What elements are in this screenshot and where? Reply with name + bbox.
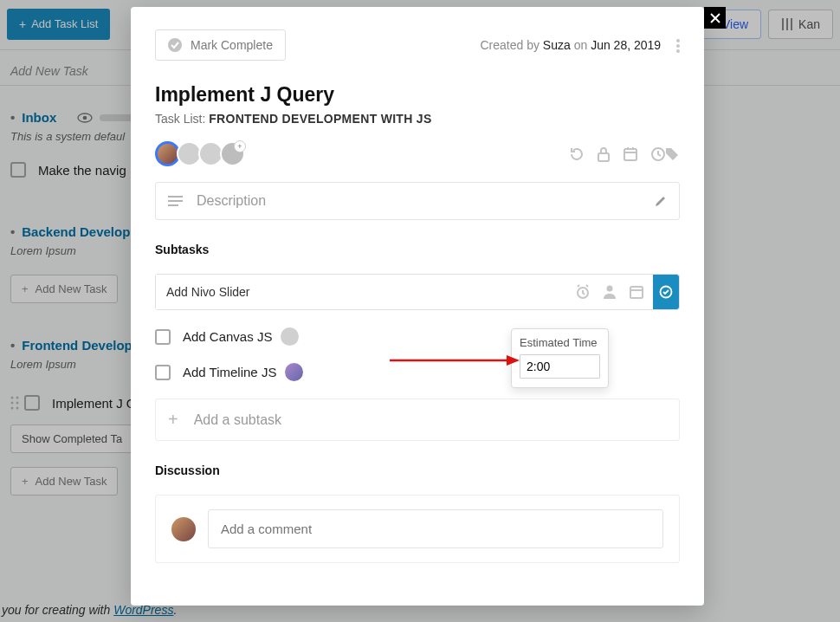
svg-rect-17 (624, 149, 636, 160)
checkbox-icon[interactable] (155, 329, 171, 345)
svg-rect-26 (630, 287, 643, 298)
task-list-name: FRONTEND DEVELOPMENT WITH JS (209, 112, 431, 126)
comment-input[interactable] (208, 509, 663, 548)
check-icon (659, 285, 673, 299)
estimated-time-input[interactable] (520, 354, 600, 379)
discussion-box (155, 495, 680, 563)
created-by-prefix: Created by (480, 38, 542, 52)
created-date: Jun 28, 2019 (591, 38, 661, 52)
created-by-user: Suza (543, 38, 571, 52)
description-input[interactable]: Description (155, 182, 680, 220)
estimated-time-label: Estimated Time (520, 336, 600, 349)
task-modal: Mark Complete Created by Suza on Jun 28,… (131, 7, 704, 606)
estimated-time-popover: Estimated Time (511, 328, 609, 388)
annotation-arrow-icon (390, 352, 520, 369)
add-subtask-label: Add a subtask (194, 412, 281, 428)
mark-complete-label: Mark Complete (191, 38, 273, 52)
task-list-label: Task List: (155, 112, 209, 126)
check-circle-icon (168, 38, 182, 52)
subtask-input[interactable] (156, 275, 566, 309)
mark-complete-button[interactable]: Mark Complete (155, 29, 286, 61)
svg-point-25 (607, 286, 613, 292)
avatar[interactable] (285, 363, 303, 381)
alarm-icon[interactable] (575, 284, 591, 300)
subtask-label: Add Timeline JS (183, 365, 276, 379)
submit-subtask-button[interactable] (653, 275, 679, 309)
discussion-heading: Discussion (155, 463, 680, 477)
svg-rect-16 (598, 153, 609, 161)
created-on: on (571, 38, 591, 52)
close-button[interactable] (704, 7, 726, 29)
svg-line-23 (578, 285, 579, 287)
close-icon (710, 13, 720, 23)
created-by: Created by Suza on Jun 28, 2019 (480, 38, 664, 52)
checkbox-icon[interactable] (155, 365, 171, 380)
subtask-input-row (155, 274, 680, 310)
task-list-line: Task List: FRONTEND DEVELOPMENT WITH JS (155, 112, 680, 126)
add-assignee-button[interactable] (220, 141, 245, 166)
calendar-icon[interactable] (623, 146, 638, 162)
lock-icon[interactable] (597, 146, 611, 162)
avatar[interactable] (281, 327, 299, 346)
add-subtask-button[interactable]: + Add a subtask (155, 398, 680, 441)
text-icon (168, 196, 183, 206)
svg-marker-30 (507, 355, 520, 366)
svg-line-24 (586, 285, 588, 287)
plus-icon: + (168, 410, 178, 430)
more-menu-icon[interactable] (676, 39, 680, 53)
avatar (171, 517, 196, 541)
calendar-icon[interactable] (629, 284, 644, 300)
tag-icon[interactable] (664, 146, 680, 162)
subtasks-heading: Subtasks (155, 243, 680, 256)
user-icon[interactable] (603, 284, 617, 300)
description-placeholder: Description (197, 193, 266, 209)
pencil-icon[interactable] (654, 195, 667, 208)
subtask-label: Add Canvas JS (183, 329, 272, 344)
assignee-avatars[interactable] (155, 141, 245, 166)
refresh-icon[interactable] (569, 146, 585, 162)
task-title: Implement J Query (155, 83, 680, 107)
